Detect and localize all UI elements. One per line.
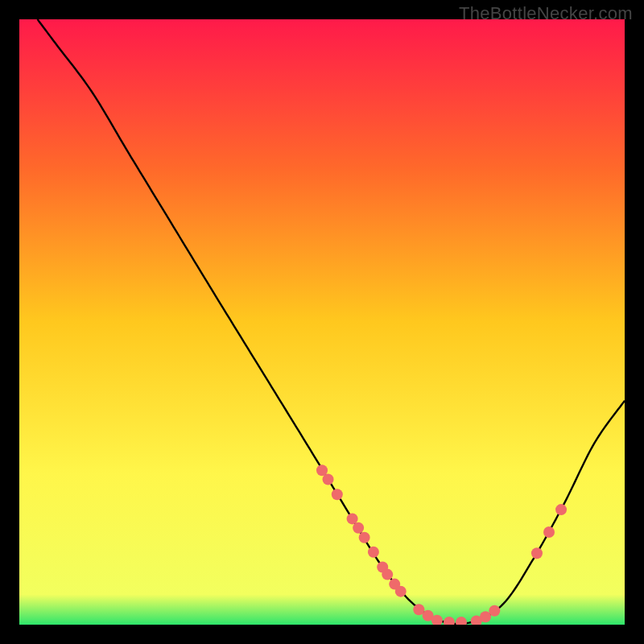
- gradient-background: [19, 19, 625, 625]
- data-marker: [382, 569, 393, 580]
- data-marker: [323, 474, 334, 485]
- data-marker: [368, 547, 379, 558]
- data-marker: [332, 489, 343, 500]
- data-marker: [395, 586, 407, 597]
- data-marker: [489, 605, 500, 617]
- data-marker: [359, 532, 370, 543]
- data-marker: [353, 522, 364, 534]
- chart-svg: [19, 19, 625, 625]
- data-marker: [543, 526, 555, 538]
- data-marker: [531, 547, 543, 559]
- data-marker: [555, 504, 567, 515]
- watermark-text: TheBottleNecker.com: [459, 3, 633, 24]
- chart-area: [19, 19, 625, 625]
